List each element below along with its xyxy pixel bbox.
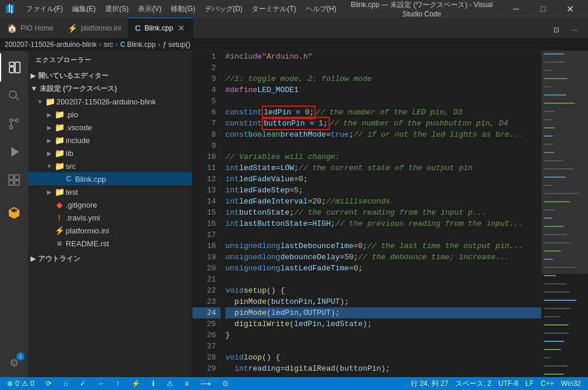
sidebar-item-extensions[interactable] bbox=[0, 166, 28, 194]
blink-cpp-label: Blink.cpp bbox=[75, 175, 106, 184]
breadcrumb-file[interactable]: C Blink.cpp bbox=[120, 40, 156, 49]
travis-label: .travis.yml bbox=[66, 213, 100, 222]
maximize-button[interactable]: □ bbox=[529, 0, 556, 18]
platformio-ini-item[interactable]: ⚡ platformio.ini bbox=[28, 224, 192, 237]
platformio-ini-label: platformio.ini bbox=[66, 226, 109, 235]
outline-chevron: ▶ bbox=[31, 255, 36, 263]
code-line-12: int ledFadeValue = 0; bbox=[225, 174, 541, 185]
explorer-header: エクスプローラー bbox=[28, 51, 192, 69]
code-line-16: int lastButtonState = HIGH; // the previ… bbox=[225, 218, 541, 229]
status-language[interactable]: C++ bbox=[538, 379, 556, 388]
status-upload[interactable]: ↑ bbox=[114, 379, 122, 388]
status-sync[interactable]: ⟳ bbox=[43, 379, 54, 388]
window-controls: ─ □ ✕ bbox=[502, 0, 583, 18]
status-home[interactable]: ⌂ bbox=[61, 379, 70, 388]
eol-label: LF bbox=[525, 379, 533, 388]
sidebar-item-pio[interactable] bbox=[0, 199, 28, 227]
status-encoding[interactable]: UTF-8 bbox=[496, 379, 521, 388]
project-folder[interactable]: ▼ 📁 200207-115026-arduino-blink bbox=[28, 95, 192, 108]
pio-dir-icon: 📁 bbox=[54, 110, 65, 119]
more-actions-button[interactable]: ··· bbox=[567, 22, 583, 38]
status-plug[interactable]: ⊙ bbox=[220, 379, 231, 388]
open-editors-chevron: ▶ bbox=[31, 72, 36, 80]
lib-dir-chevron: ▶ bbox=[45, 150, 54, 157]
tab-pio-home[interactable]: 🏠 PIO Home bbox=[0, 18, 60, 38]
warning-count: 0 bbox=[31, 379, 35, 388]
project-label: 200207-115026-arduino-blink bbox=[56, 97, 156, 106]
tab-blink-cpp[interactable]: C Blink.cpp ✕ bbox=[128, 18, 193, 38]
status-serial[interactable]: ⚡ bbox=[129, 379, 143, 388]
breadcrumb-project[interactable]: 200207-115026-arduino-blink bbox=[5, 40, 97, 49]
breadcrumb-src[interactable]: src bbox=[104, 40, 113, 49]
sidebar-item-explorer[interactable] bbox=[0, 53, 28, 82]
blink-cpp-item[interactable]: C Blink.cpp bbox=[28, 172, 192, 185]
code-editor[interactable]: #include "Arduino.h" //1: toggle mode, 2… bbox=[221, 51, 541, 377]
pio-dir-item[interactable]: ▶ 📁 .pio bbox=[28, 108, 192, 121]
menu-view[interactable]: 表示(V) bbox=[133, 3, 166, 15]
vscode-dir-chevron: ▶ bbox=[45, 124, 54, 131]
warn-icon: ⚠ bbox=[167, 379, 173, 388]
sidebar-item-search[interactable] bbox=[0, 82, 28, 110]
lib-dir-icon: 📁 bbox=[54, 148, 65, 158]
vscode-dir-item[interactable]: ▶ 📁 .vscode bbox=[28, 121, 192, 134]
serial-icon: ⚡ bbox=[131, 379, 140, 388]
menu-terminal[interactable]: ターミナル(T) bbox=[247, 3, 300, 15]
menu-edit[interactable]: 編集(E) bbox=[67, 3, 100, 15]
status-spaces[interactable]: スペース: 2 bbox=[453, 379, 494, 389]
lib-dir-label: lib bbox=[66, 149, 73, 158]
svg-rect-11 bbox=[9, 181, 13, 185]
sidebar-item-debug[interactable] bbox=[0, 138, 28, 166]
lib-dir-item[interactable]: ▶ 📁 lib bbox=[28, 147, 192, 160]
status-check[interactable]: ✓ bbox=[77, 379, 88, 388]
include-dir-icon: 📁 bbox=[54, 135, 65, 145]
status-build[interactable]: → bbox=[95, 379, 107, 388]
tab-blink-label: Blink.cpp bbox=[144, 24, 173, 32]
include-dir-label: include bbox=[66, 136, 90, 145]
include-dir-item[interactable]: ▶ 📁 include bbox=[28, 134, 192, 147]
sidebar-item-git[interactable] bbox=[0, 110, 28, 138]
tab-actions: ⊡ ··· bbox=[543, 22, 588, 38]
status-port[interactable]: ⟶ bbox=[198, 379, 213, 388]
info-icon: ℹ bbox=[152, 379, 155, 388]
menu-help[interactable]: ヘルプ(H) bbox=[301, 3, 342, 15]
window-title: Blink.cpp — 未設定 (ワークスペース) - Visual Studi… bbox=[346, 0, 498, 18]
status-graph[interactable]: ≡ bbox=[183, 379, 191, 388]
readme-item[interactable]: ≡ README.rst bbox=[28, 237, 192, 250]
breadcrumb-sep-1: › bbox=[99, 40, 102, 49]
code-line-1: #include "Arduino.h" bbox=[225, 51, 541, 62]
status-eol[interactable]: LF bbox=[523, 379, 536, 388]
platformio-tab-icon: ⚡ bbox=[67, 23, 77, 33]
port-icon: ⟶ bbox=[201, 379, 211, 388]
svg-point-6 bbox=[10, 126, 13, 129]
status-errors[interactable]: ⊗ 0 ⚠ 0 bbox=[5, 379, 36, 388]
sidebar-item-settings[interactable]: ⚙ 1 bbox=[0, 349, 28, 377]
gitignore-item[interactable]: ◆ .gitignore bbox=[28, 198, 192, 211]
open-editors-section[interactable]: ▶ 開いているエディター bbox=[28, 69, 192, 82]
code-line-9 bbox=[225, 140, 541, 151]
tab-bar: 🏠 PIO Home ⚡ platformio.ini C Blink.cpp … bbox=[0, 18, 588, 38]
breadcrumb-func-name: setup() bbox=[168, 40, 190, 49]
split-editor-button[interactable]: ⊡ bbox=[548, 22, 565, 38]
workspace-chevron: ▼ bbox=[31, 84, 38, 93]
src-dir-item[interactable]: ▼ 📁 src bbox=[28, 160, 192, 172]
error-count: 0 bbox=[15, 379, 19, 388]
status-warn[interactable]: ⚠ bbox=[164, 379, 175, 388]
close-tab-icon[interactable]: ✕ bbox=[177, 23, 186, 33]
travis-item[interactable]: ! .travis.yml bbox=[28, 211, 192, 224]
code-line-4: #define LED_MODE 1 bbox=[225, 84, 541, 96]
menu-file[interactable]: ファイル(F) bbox=[21, 3, 67, 15]
status-platform[interactable]: Win32 bbox=[559, 379, 583, 388]
tab-platformio-ini[interactable]: ⚡ platformio.ini bbox=[60, 18, 128, 38]
breadcrumb-function[interactable]: ƒ setup() bbox=[163, 40, 190, 49]
menu-select[interactable]: 選択(S) bbox=[100, 3, 133, 15]
status-line-col[interactable]: 行 24, 列 27 bbox=[408, 379, 451, 389]
outline-section[interactable]: ▶ アウトライン bbox=[28, 252, 192, 265]
close-button[interactable]: ✕ bbox=[556, 0, 583, 18]
test-dir-item[interactable]: ▶ 📁 test bbox=[28, 185, 192, 198]
workspace-section[interactable]: ▼ 未設定 (ワークスペース) bbox=[28, 82, 192, 95]
status-info[interactable]: ℹ bbox=[150, 379, 157, 388]
menu-go[interactable]: 移動(G) bbox=[166, 3, 200, 15]
menu-debug[interactable]: デバッグ(D) bbox=[200, 3, 248, 15]
editor-container[interactable]: 1 2 3 4 5 6 7 8 9 10 11 12 13 14 15 16 1… bbox=[192, 51, 588, 377]
minimize-button[interactable]: ─ bbox=[502, 0, 529, 18]
